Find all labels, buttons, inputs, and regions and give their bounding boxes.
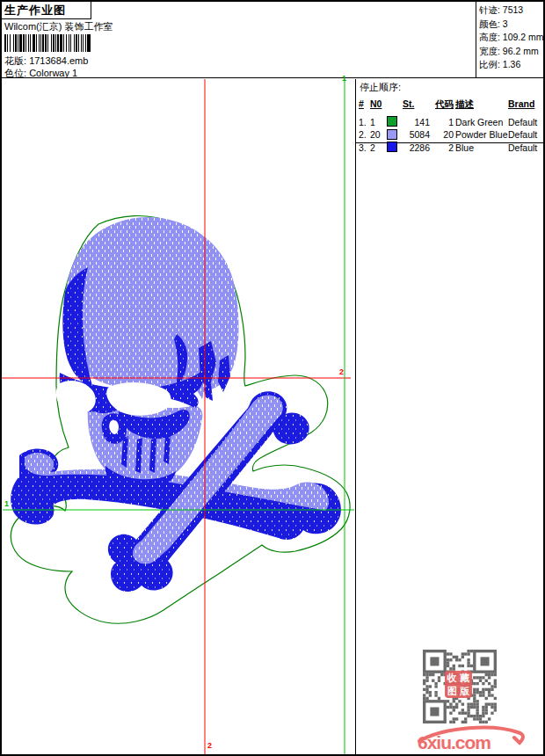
studio-name: Wilcom(汇京) 装饰工作室: [4, 20, 113, 33]
design-file-label: 花版:: [4, 55, 26, 66]
col-code: 代码: [432, 98, 455, 111]
seal-char: 藏: [459, 672, 472, 685]
stop-sequence-table: 停止顺序: # N0 St. 代码 描述 Brand 元素 1. 1 141: [356, 79, 543, 143]
row-n0: 1: [370, 117, 387, 129]
thread-color-swatch: [387, 129, 397, 140]
seal-char: 收: [446, 672, 459, 685]
stop-sequence-grid: # N0 St. 代码 描述 Brand 元素 1. 1 141 1 Dark …: [359, 92, 540, 155]
row-st: 2286: [403, 142, 432, 155]
logo-text: 6xiu.com: [418, 732, 490, 753]
color-swatch: [387, 142, 403, 155]
red-seal-stamp: 收 藏 图 版: [445, 671, 472, 698]
row-code: 20: [432, 129, 455, 142]
row-desc: Dark Green: [455, 117, 508, 129]
color-swatch: [387, 129, 403, 142]
col-desc: 描述: [455, 98, 508, 111]
stat-width: 宽度: 96.2 mm: [479, 45, 543, 59]
colorway-label: 色位:: [4, 68, 26, 78]
stat-stitches: 针迹: 7513: [479, 4, 543, 18]
stat-scale: 比例: 1.36: [479, 58, 543, 72]
design-preview: 1 2 1 2: [2, 79, 355, 756]
qr-code: 收 藏 图 版: [423, 650, 497, 723]
row-desc: Blue: [455, 142, 508, 155]
worksheet-body: 1 2 1 2 停止顺序: # N0 St. 代码 描述 Brand 元素: [2, 78, 543, 756]
row-seq: 1.: [359, 117, 370, 129]
end-marker-right: 2: [339, 368, 344, 376]
row-brand: Default: [508, 129, 545, 142]
side-panel: 停止顺序: # N0 St. 代码 描述 Brand 元素 1. 1 141: [355, 79, 543, 756]
col-seq: #: [359, 98, 370, 111]
col-brand: Brand: [508, 98, 545, 111]
page-title: 生产作业图: [2, 2, 91, 19]
row-brand: Default: [508, 142, 545, 155]
site-logo: 6xiu.com: [412, 725, 527, 753]
row-desc: Powder Blue: [455, 129, 508, 142]
design-file-row: 花版: 1713684.emb: [4, 55, 88, 68]
stat-height: 高度: 109.2 mm: [479, 31, 543, 45]
design-file-value: 1713684.emb: [29, 55, 88, 66]
end-marker-bottom: 2: [207, 742, 212, 750]
worksheet-header: 生产作业图 Wilcom(汇京) 装饰工作室 花版: 1713684.emb 色…: [2, 2, 543, 78]
seal-char: 版: [459, 685, 472, 698]
production-worksheet: 生产作业图 Wilcom(汇京) 装饰工作室 花版: 1713684.emb 色…: [0, 0, 545, 756]
col-st: St.: [403, 98, 432, 111]
thread-color-swatch: [387, 142, 397, 152]
stat-colors: 颜色: 3: [479, 18, 543, 32]
design-stats-box: 针迹: 7513 颜色: 3 高度: 109.2 mm 宽度: 96.2 mm …: [476, 2, 543, 77]
row-code: 1: [432, 117, 455, 129]
start-marker-top: 1: [342, 75, 346, 83]
row-st: 141: [403, 117, 432, 129]
row-n0: 20: [370, 129, 387, 142]
embroidery-design-canvas: [2, 79, 355, 756]
start-marker-left: 1: [4, 500, 9, 508]
row-n0: 2: [370, 142, 387, 155]
row-seq: 2.: [359, 129, 370, 142]
row-code: 2: [432, 142, 455, 155]
col-n0: N0: [370, 98, 387, 111]
row-brand: Default: [508, 117, 545, 129]
thread-color-swatch: [387, 116, 397, 127]
skull: [56, 217, 239, 491]
colorway-value: Colorway 1: [29, 68, 77, 78]
seal-char: 图: [446, 685, 459, 698]
row-st: 5084: [403, 129, 432, 142]
color-swatch: [387, 116, 403, 129]
row-seq: 3.: [359, 142, 370, 155]
barcode: [4, 34, 140, 52]
